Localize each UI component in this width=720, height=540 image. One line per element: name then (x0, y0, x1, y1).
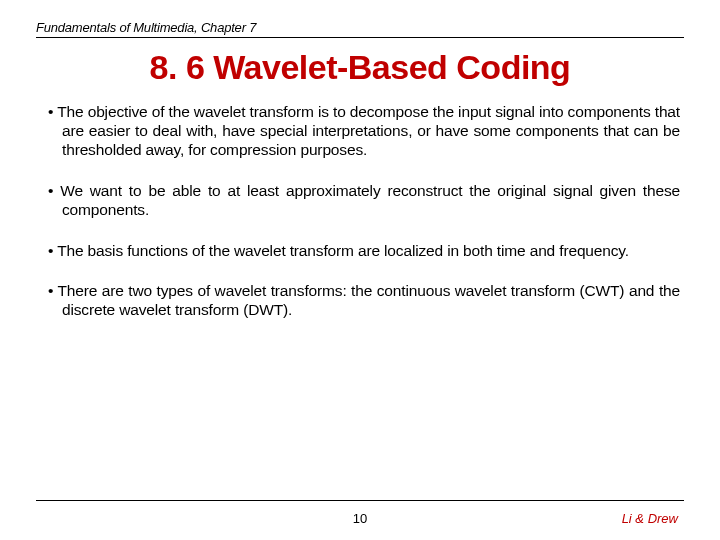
bullet-item: • The basis functions of the wavelet tra… (40, 242, 680, 261)
bullet-item: • We want to be able to at least approxi… (40, 182, 680, 220)
header-divider (36, 37, 684, 38)
authors-text: Li & Drew (598, 511, 678, 526)
bullet-item: • There are two types of wavelet transfo… (40, 282, 680, 320)
bullet-item: • The objective of the wavelet transform… (40, 103, 680, 160)
page-number: 10 (122, 511, 598, 526)
slide-page: Fundamentals of Multimedia, Chapter 7 8.… (0, 0, 720, 540)
page-title: 8. 6 Wavelet-Based Coding (36, 48, 684, 87)
footer-row: 10 Li & Drew (36, 511, 684, 526)
footer: 10 Li & Drew (36, 500, 684, 526)
bullet-list: • The objective of the wavelet transform… (36, 103, 684, 320)
header-chapter: Fundamentals of Multimedia, Chapter 7 (36, 20, 684, 35)
footer-divider (36, 500, 684, 501)
